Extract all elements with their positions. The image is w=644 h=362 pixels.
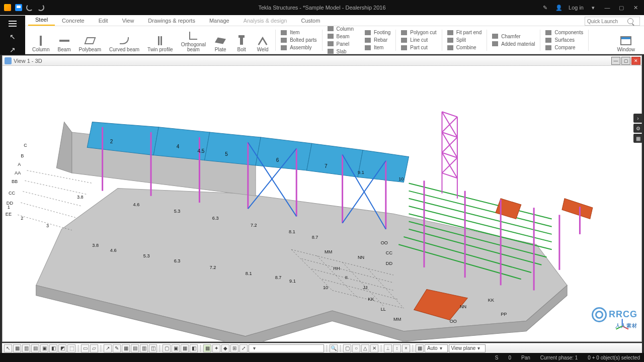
- view-close-button[interactable]: ✕: [631, 57, 640, 65]
- beam-button[interactable]: Beam: [53, 28, 74, 52]
- bolted-parts-button[interactable]: Bolted parts: [281, 37, 316, 43]
- tb-btn-21[interactable]: ▦: [203, 344, 211, 352]
- tb-btn-2[interactable]: ▦: [13, 344, 21, 352]
- twin-profile-button[interactable]: Twin profile: [143, 28, 177, 52]
- window-button[interactable]: Window: [613, 28, 639, 52]
- rail-chevron-icon[interactable]: ›: [633, 114, 642, 123]
- tb-btn-31[interactable]: ⟂: [384, 344, 392, 352]
- tb-btn-18[interactable]: ▣: [172, 344, 180, 352]
- cu-column-button[interactable]: Column: [328, 26, 354, 32]
- tb-btn-27[interactable]: ▢: [343, 344, 351, 352]
- tb-btn-17[interactable]: ▢: [163, 344, 171, 352]
- fit-part-end-button[interactable]: Fit part end: [447, 29, 482, 36]
- login-link[interactable]: Log in: [567, 2, 586, 13]
- app-logo-icon[interactable]: [3, 3, 12, 12]
- cu-panel-button[interactable]: Panel: [328, 41, 354, 47]
- view-maximize-button[interactable]: ▢: [621, 57, 630, 65]
- part-cut-button[interactable]: Part cut: [401, 44, 436, 51]
- bolt-button[interactable]: Bolt: [231, 28, 252, 52]
- orthogonal-beam-button[interactable]: Orthogonal beam: [177, 28, 210, 52]
- cu-item-button[interactable]: Item: [365, 44, 390, 51]
- search-icon[interactable]: [627, 18, 633, 24]
- tb-btn-14[interactable]: ▤: [131, 344, 139, 352]
- tab-concrete[interactable]: Concrete: [55, 16, 92, 26]
- added-material-button[interactable]: Added material: [492, 41, 535, 47]
- quick-launch[interactable]: [585, 17, 640, 26]
- viewport-3d[interactable]: C B A AA BB CC DD EE 1 2 3 3.8: [3, 66, 641, 341]
- menu-icon[interactable]: [5, 19, 20, 29]
- tb-btn-3[interactable]: ▥: [22, 344, 30, 352]
- line-cut-button[interactable]: Line cut: [401, 37, 436, 43]
- tb-btn-28[interactable]: ○: [352, 344, 360, 352]
- tb-btn-10[interactable]: ▱: [90, 344, 98, 352]
- redo-icon[interactable]: [36, 3, 45, 12]
- tab-custom[interactable]: Custom: [294, 16, 327, 26]
- tab-steel[interactable]: Steel: [28, 15, 55, 26]
- view-plane-select[interactable]: View plane: [449, 344, 486, 352]
- maximize-button[interactable]: ▢: [615, 2, 628, 13]
- select-tool-icon[interactable]: ↖: [5, 32, 20, 42]
- quick-launch-input[interactable]: [587, 19, 627, 24]
- tb-btn-25[interactable]: ⤢: [239, 344, 248, 352]
- tb-btn-9[interactable]: ▭: [81, 344, 89, 352]
- combine-button[interactable]: Combine: [447, 44, 482, 51]
- minimize-button[interactable]: —: [601, 2, 614, 13]
- cu-beam-button[interactable]: Beam: [328, 33, 354, 40]
- rail-cube-icon[interactable]: ▦: [633, 134, 642, 143]
- tb-btn-7[interactable]: ◩: [58, 344, 66, 352]
- tb-btn-16[interactable]: ◫: [149, 344, 157, 352]
- select-cursor-icon[interactable]: ↖: [4, 344, 12, 352]
- close-button[interactable]: ✕: [629, 2, 642, 13]
- item-button[interactable]: Item: [281, 29, 316, 36]
- tb-btn-6[interactable]: ◧: [49, 344, 57, 352]
- tb-btn-32[interactable]: ↕: [393, 344, 401, 352]
- tb-btn-34[interactable]: ▦: [416, 344, 424, 352]
- assembly-button[interactable]: Assembly: [281, 44, 316, 51]
- move-tool-icon[interactable]: ↗: [5, 45, 20, 55]
- plate-button[interactable]: Plate: [210, 28, 231, 52]
- cu-rebar-button[interactable]: Rebar: [365, 37, 390, 43]
- tb-btn-22[interactable]: ✦: [212, 344, 220, 352]
- tb-btn-13[interactable]: ▦: [122, 344, 130, 352]
- tb-btn-15[interactable]: ▥: [140, 344, 148, 352]
- polybeam-button[interactable]: Polybeam: [75, 28, 105, 52]
- cu-footing-button[interactable]: Footing: [365, 29, 390, 36]
- weld-button[interactable]: Weld: [252, 28, 273, 52]
- tab-manage[interactable]: Manage: [202, 16, 236, 26]
- tab-drawings[interactable]: Drawings & reports: [141, 16, 202, 26]
- undo-icon[interactable]: [25, 3, 34, 12]
- tab-view[interactable]: View: [115, 16, 141, 26]
- tb-btn-19[interactable]: ▦: [181, 344, 189, 352]
- feedback-icon[interactable]: ✎: [538, 2, 551, 13]
- tb-btn-23[interactable]: ◆: [221, 344, 229, 352]
- surfaces-button[interactable]: Surfaces: [545, 37, 583, 43]
- save-icon[interactable]: [14, 3, 23, 12]
- view-titlebar[interactable]: View 1 - 3D — ▢ ✕: [3, 56, 641, 66]
- tb-btn-8[interactable]: ⬚: [67, 344, 75, 352]
- cu-slab-button[interactable]: Slab: [328, 48, 354, 55]
- tb-btn-12[interactable]: ✎: [113, 344, 121, 352]
- dropdown-icon[interactable]: ▾: [587, 2, 600, 13]
- tb-btn-29[interactable]: △: [361, 344, 369, 352]
- components-button[interactable]: Components: [545, 29, 583, 36]
- snap-auto-select[interactable]: Auto: [425, 344, 448, 352]
- selection-filter-select[interactable]: [249, 344, 324, 352]
- tb-btn-30[interactable]: ✕: [370, 344, 378, 352]
- tab-analysis[interactable]: Analysis & design: [236, 16, 294, 26]
- tb-btn-11[interactable]: ↗: [104, 344, 112, 352]
- tb-btn-33[interactable]: ×: [402, 344, 410, 352]
- compare-button[interactable]: Compare: [545, 44, 583, 51]
- curved-beam-button[interactable]: Curved beam: [105, 28, 143, 52]
- column-button[interactable]: Column: [28, 28, 53, 52]
- tab-edit[interactable]: Edit: [92, 16, 115, 26]
- split-button[interactable]: Split: [447, 37, 482, 43]
- tb-btn-24[interactable]: ⊞: [230, 344, 238, 352]
- tb-btn-4[interactable]: ▤: [31, 344, 39, 352]
- chamfer-button[interactable]: Chamfer: [492, 33, 535, 40]
- user-icon[interactable]: 👤: [552, 2, 566, 13]
- tb-btn-26[interactable]: 🔍: [330, 344, 338, 352]
- tb-btn-5[interactable]: ▣: [40, 344, 48, 352]
- view-minimize-button[interactable]: —: [611, 57, 620, 65]
- polygon-cut-button[interactable]: Polygon cut: [401, 29, 436, 36]
- tb-btn-20[interactable]: ◧: [190, 344, 198, 352]
